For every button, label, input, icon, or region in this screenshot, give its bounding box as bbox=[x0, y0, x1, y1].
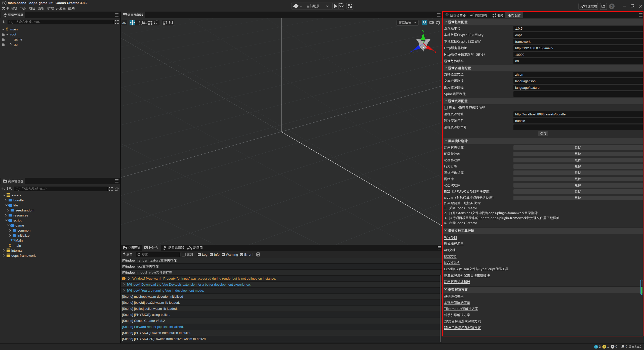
svg-text:!: ! bbox=[604, 345, 605, 348]
svg-text:X: X bbox=[434, 50, 436, 54]
svg-text:Y: Y bbox=[422, 30, 424, 33]
svg-text:Z: Z bbox=[410, 50, 412, 54]
svg-text:!: ! bbox=[123, 277, 124, 280]
svg-text:3D: 3D bbox=[122, 21, 126, 25]
svg-text:?: ? bbox=[611, 4, 613, 9]
